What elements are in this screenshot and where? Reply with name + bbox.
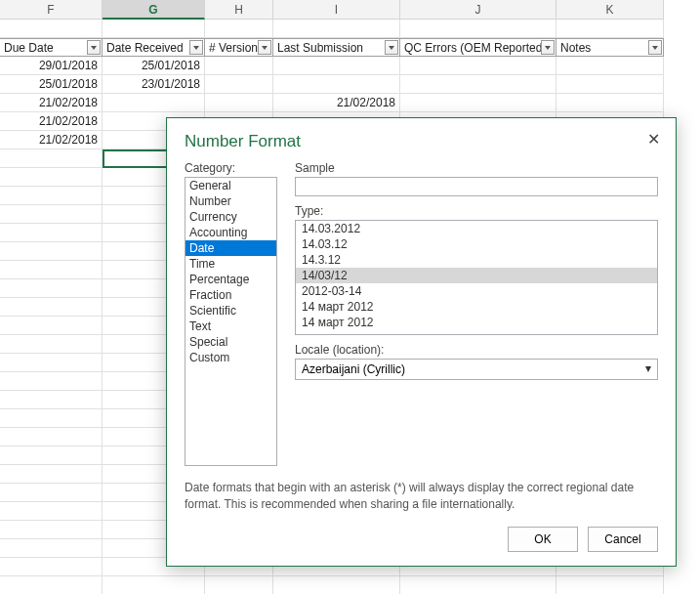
cancel-button[interactable]: Cancel [588,527,658,552]
cell-K4[interactable] [556,75,664,94]
category-item[interactable]: Custom [185,350,276,365]
cell-F11[interactable] [0,205,103,224]
cell-F14[interactable] [0,261,103,279]
table-header-I[interactable]: Last Submission [273,38,400,57]
category-item[interactable]: Special [185,334,276,350]
locale-select[interactable]: Azerbaijani (Cyrillic) [295,359,658,380]
table-header-K[interactable]: Notes [556,38,664,57]
cell-F4[interactable]: 25/01/2018 [0,75,103,94]
type-item[interactable]: 2012-03-14 [296,283,657,299]
cell-H5[interactable] [205,94,273,112]
cell-F9[interactable] [0,168,103,187]
type-item[interactable]: 14 март 2012 [296,315,657,330]
table-header-F[interactable]: Due Date [0,38,103,57]
type-list[interactable]: 14.03.201214.03.1214.3.1214/03/122012-03… [295,220,658,335]
cell-F16[interactable] [0,298,103,317]
cell-blank[interactable] [400,20,556,38]
help-text: Date formats that begin with an asterisk… [185,480,658,513]
category-item[interactable]: Text [185,318,276,334]
cell-H3[interactable] [205,57,273,75]
cell-F13[interactable] [0,242,103,261]
cell-K31[interactable] [556,576,664,594]
cell-blank[interactable] [0,20,103,38]
cell-blank[interactable] [273,20,400,38]
cell-J4[interactable] [400,75,556,94]
cell-F31[interactable] [0,576,103,594]
cell-H4[interactable] [205,75,273,94]
cell-J31[interactable] [400,576,556,594]
cell-F27[interactable] [0,502,103,521]
filter-icon[interactable] [189,40,203,55]
type-item[interactable]: 14.3.12 [296,252,657,268]
cell-F24[interactable] [0,446,103,465]
ok-button[interactable]: OK [508,527,578,552]
table-header-H[interactable]: # Versions [205,38,273,57]
col-header-J[interactable]: J [400,0,556,20]
cell-I3[interactable] [273,57,400,75]
table-header-G[interactable]: Date Received [103,38,205,57]
cell-F3[interactable]: 29/01/2018 [0,57,103,75]
cell-F10[interactable] [0,187,103,205]
cell-F6[interactable]: 21/02/2018 [0,112,103,131]
cell-I4[interactable] [273,75,400,94]
cell-J3[interactable] [400,57,556,75]
cell-blank[interactable] [556,20,664,38]
cell-G3[interactable]: 25/01/2018 [103,57,205,75]
cell-F18[interactable] [0,335,103,354]
table-header-J[interactable]: QC Errors (OEM Reported) [400,38,556,57]
cell-F7[interactable]: 21/02/2018 [0,131,103,149]
cell-K3[interactable] [556,57,664,75]
cell-F5[interactable]: 21/02/2018 [0,94,103,112]
category-item[interactable]: Accounting [185,225,276,240]
col-header-F[interactable]: F [0,0,103,20]
category-item[interactable]: Time [185,256,276,272]
category-list[interactable]: GeneralNumberCurrencyAccountingDateTimeP… [185,177,277,466]
close-icon[interactable]: ✕ [641,128,666,150]
cell-F21[interactable] [0,391,103,409]
filter-icon[interactable] [385,40,398,55]
col-header-H[interactable]: H [205,0,273,20]
cell-F19[interactable] [0,354,103,372]
cell-F29[interactable] [0,539,103,558]
cell-G5[interactable] [103,94,205,112]
cell-G4[interactable]: 23/01/2018 [103,75,205,94]
category-item[interactable]: Percentage [185,272,276,287]
cell-F28[interactable] [0,521,103,539]
col-header-I[interactable]: I [273,0,400,20]
cell-blank[interactable] [205,20,273,38]
col-header-K[interactable]: K [556,0,664,20]
type-item[interactable]: 14 март 2012 [296,299,657,315]
category-item[interactable]: Scientific [185,303,276,318]
cell-J5[interactable] [400,94,556,112]
category-item[interactable]: General [185,178,276,193]
type-item[interactable]: 14.03.12 [296,236,657,252]
filter-icon[interactable] [648,40,662,55]
cell-F30[interactable] [0,558,103,576]
cell-G31[interactable] [103,576,205,594]
cell-F26[interactable] [0,484,103,502]
cell-F17[interactable] [0,317,103,335]
cell-F22[interactable] [0,409,103,428]
cell-F8[interactable] [0,149,103,168]
type-item[interactable]: 14.03.2012 [296,221,657,236]
category-item[interactable]: Number [185,193,276,209]
cell-I31[interactable] [273,576,400,594]
filter-icon[interactable] [87,40,101,55]
cell-F20[interactable] [0,372,103,391]
cell-F23[interactable] [0,428,103,446]
cell-F25[interactable] [0,465,103,484]
cell-blank[interactable] [103,20,205,38]
cell-K5[interactable] [556,94,664,112]
cell-F12[interactable] [0,224,103,242]
cell-H31[interactable] [205,576,273,594]
category-item[interactable]: Fraction [185,287,276,303]
category-item[interactable]: Currency [185,209,276,225]
filter-icon[interactable] [258,40,271,55]
category-item[interactable]: Date [185,240,276,256]
col-header-G[interactable]: G [103,0,205,20]
locale-value: Azerbaijani (Cyrillic) [302,362,405,376]
cell-I5[interactable]: 21/02/2018 [273,94,400,112]
cell-F15[interactable] [0,279,103,298]
filter-icon[interactable] [541,40,555,55]
type-item[interactable]: 14/03/12 [296,268,657,283]
